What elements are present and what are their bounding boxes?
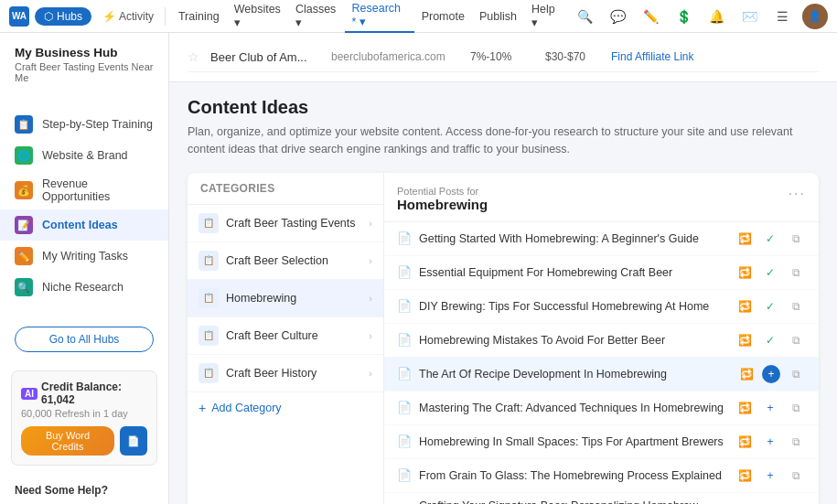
doc-button[interactable]: 📄 bbox=[120, 426, 147, 456]
clone-button[interactable]: ⧉ bbox=[786, 263, 806, 283]
post-item-4[interactable]: 📄 The Art Of Recipe Development In Homeb… bbox=[384, 358, 819, 391]
category-item-homebrewing[interactable]: 📋 Homebrewing › bbox=[188, 280, 383, 317]
go-to-hubs-button[interactable]: Go to All Hubs bbox=[15, 327, 154, 352]
hubs-icon: ⬡ bbox=[44, 10, 53, 23]
sidebar-item-writing[interactable]: ✏️ My Writing Tasks bbox=[0, 241, 168, 272]
clone-button[interactable]: ⧉ bbox=[786, 466, 806, 486]
post-item-7[interactable]: 📄 From Grain To Glass: The Homebrewing P… bbox=[384, 459, 819, 493]
category-item-selection[interactable]: 📋 Craft Beer Selection › bbox=[188, 242, 383, 280]
hubs-button[interactable]: ⬡ Hubs bbox=[35, 7, 91, 26]
nav-publish[interactable]: Publish bbox=[472, 0, 524, 33]
chat-button[interactable]: 💬 bbox=[605, 4, 630, 29]
website-icon: 🌐 bbox=[15, 146, 33, 165]
clone-button[interactable]: ⧉ bbox=[786, 398, 806, 418]
activity-button[interactable]: ⚡ Activity bbox=[97, 7, 159, 26]
copy-button[interactable]: 🔁 bbox=[735, 432, 755, 452]
post-item-2[interactable]: 📄 DIY Brewing: Tips For Successful Homeb… bbox=[384, 290, 819, 324]
copy-button[interactable]: 🔁 bbox=[736, 364, 757, 384]
dollar-button[interactable]: 💲 bbox=[671, 4, 696, 29]
nav-promote[interactable]: Promote bbox=[414, 0, 472, 33]
lightning-icon: ⚡ bbox=[102, 10, 116, 23]
post-item-3[interactable]: 📄 Homebrewing Mistakes To Avoid For Bett… bbox=[384, 324, 819, 358]
check-button[interactable]: ✓ bbox=[760, 330, 780, 350]
category-name: Craft Beer Selection bbox=[226, 254, 361, 267]
sidebar-item-revenue[interactable]: 💰 Revenue Opportunities bbox=[0, 171, 168, 209]
training-label: Step-by-Step Training bbox=[42, 118, 153, 131]
category-item-tasting[interactable]: 📋 Craft Beer Tasting Events › bbox=[188, 205, 383, 242]
sidebar-item-content-ideas[interactable]: 📝 Content Ideas bbox=[0, 209, 168, 241]
check-button[interactable]: ✓ bbox=[760, 229, 780, 249]
check-button[interactable]: ✓ bbox=[760, 296, 780, 316]
add-category-button[interactable]: + Add Category bbox=[188, 392, 383, 424]
edit-button[interactable]: ✏️ bbox=[638, 4, 663, 29]
nav-help[interactable]: Help ▾ bbox=[524, 0, 566, 33]
category-name: Craft Beer Culture bbox=[226, 329, 361, 342]
category-arrow: › bbox=[369, 293, 372, 304]
add-button[interactable]: + bbox=[760, 398, 780, 418]
post-actions: 🔁 ✓ ⧉ bbox=[735, 296, 806, 316]
avatar[interactable]: 👤 bbox=[802, 4, 828, 29]
clone-button[interactable]: ⧉ bbox=[786, 330, 806, 350]
clone-button[interactable]: ⧉ bbox=[786, 229, 806, 249]
menu-button[interactable]: ☰ bbox=[769, 4, 795, 29]
post-item-1[interactable]: 📄 Essential Equipment For Homebrewing Cr… bbox=[384, 256, 819, 290]
copy-button[interactable]: 🔁 bbox=[735, 229, 755, 249]
wa-logo: WA bbox=[9, 6, 29, 27]
clone-button[interactable]: ⧉ bbox=[786, 296, 806, 316]
affiliate-commission: 7%-10% bbox=[470, 50, 534, 63]
post-item-6[interactable]: 📄 Homebrewing In Small Spaces: Tips For … bbox=[384, 425, 819, 459]
content-ideas-icon: 📝 bbox=[15, 216, 33, 234]
post-item-0[interactable]: 📄 Getting Started With Homebrewing: A Be… bbox=[384, 222, 819, 256]
bell-button[interactable]: 🔔 bbox=[703, 4, 729, 29]
sidebar-item-training[interactable]: 📋 Step-by-Step Training bbox=[0, 109, 168, 140]
doc-icon: 📄 bbox=[397, 468, 412, 482]
doc-icon: 📄 bbox=[397, 299, 412, 313]
nav-right: 🔍 💬 ✏️ 💲 🔔 ✉️ ☰ 👤 bbox=[572, 4, 828, 29]
hub-name-section: My Business Hub Craft Beer Tasting Event… bbox=[0, 46, 168, 94]
doc-icon: 📄 bbox=[397, 333, 412, 347]
post-actions: 🔁 ✓ ⧉ bbox=[735, 229, 806, 249]
ai-badge: AI bbox=[21, 388, 38, 400]
affiliate-section: ☆ Beer Club of Am... beerclubofamerica.c… bbox=[169, 33, 837, 82]
help-section: Need Some Help? 💬 Ask a Question View My… bbox=[0, 475, 168, 504]
copy-button[interactable]: 🔁 bbox=[735, 466, 755, 486]
nav-training[interactable]: Training bbox=[171, 0, 227, 33]
nav-websites[interactable]: Websites ▾ bbox=[227, 0, 288, 33]
credit-section: AI Credit Balance: 61,042 60,000 Refresh… bbox=[11, 370, 157, 466]
nav-links: Training Websites ▾ Classes ▾ Research *… bbox=[171, 0, 566, 33]
category-name: Homebrewing bbox=[226, 292, 361, 305]
category-item-history[interactable]: 📋 Craft Beer History › bbox=[188, 355, 383, 392]
sidebar-item-niche[interactable]: 🔍 Niche Research bbox=[0, 272, 168, 303]
sidebar-item-website[interactable]: 🌐 Website & Brand bbox=[0, 140, 168, 171]
add-button[interactable]: + bbox=[760, 432, 780, 452]
training-icon: 📋 bbox=[15, 115, 33, 134]
sidebar: My Business Hub Craft Beer Tasting Event… bbox=[0, 33, 169, 504]
buy-credits-button[interactable]: Buy Word Credits bbox=[21, 426, 114, 456]
nav-classes[interactable]: Classes ▾ bbox=[288, 0, 345, 33]
search-button[interactable]: 🔍 bbox=[572, 4, 597, 29]
clone-button[interactable]: ⧉ bbox=[786, 364, 806, 384]
add-active-button[interactable]: + bbox=[762, 365, 780, 383]
copy-button[interactable]: 🔁 bbox=[735, 263, 755, 283]
find-affiliate-link-button[interactable]: Find Affiliate Link bbox=[611, 50, 694, 63]
copy-button[interactable]: 🔁 bbox=[735, 296, 755, 316]
copy-button[interactable]: 🔁 bbox=[735, 330, 755, 350]
posts-menu-button[interactable]: ··· bbox=[789, 186, 806, 202]
affiliate-row: ☆ Beer Club of Am... beerclubofamerica.c… bbox=[188, 42, 819, 72]
help-title: Need Some Help? bbox=[15, 484, 154, 497]
category-item-culture[interactable]: 📋 Craft Beer Culture › bbox=[188, 317, 383, 355]
niche-label: Niche Research bbox=[42, 281, 123, 294]
content-ideas-section: Content Ideas Plan, organize, and optimi… bbox=[169, 82, 837, 504]
nav-research[interactable]: Research * ▾ bbox=[345, 0, 414, 33]
check-button[interactable]: ✓ bbox=[760, 263, 780, 283]
post-item-8[interactable]: 📄 Crafting Your Signature Beer: Personal… bbox=[384, 493, 819, 505]
copy-button[interactable]: 🔁 bbox=[735, 398, 755, 418]
clone-button[interactable]: ⧉ bbox=[786, 432, 806, 452]
affiliate-cookie: $30-$70 bbox=[545, 50, 600, 63]
credit-buttons: Buy Word Credits 📄 bbox=[21, 426, 147, 456]
add-button[interactable]: + bbox=[760, 466, 780, 486]
post-item-5[interactable]: 📄 Mastering The Craft: Advanced Techniqu… bbox=[384, 391, 819, 425]
star-icon[interactable]: ☆ bbox=[188, 49, 199, 64]
doc-icon: 📄 bbox=[397, 401, 412, 414]
mail-button[interactable]: ✉️ bbox=[736, 4, 762, 29]
